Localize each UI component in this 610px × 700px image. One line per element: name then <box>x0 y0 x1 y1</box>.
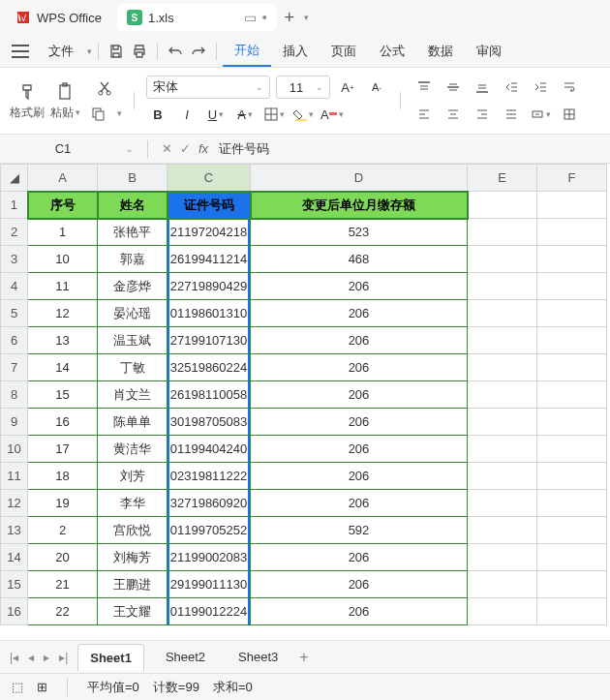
status-settings-icon[interactable]: ⊞ <box>37 680 47 694</box>
status-mode-icon[interactable]: ⬚ <box>12 680 23 694</box>
row-header[interactable]: 9 <box>1 409 28 436</box>
select-all-corner[interactable]: ◢ <box>1 165 28 192</box>
print-icon[interactable] <box>128 40 151 63</box>
col-header-e[interactable]: E <box>468 165 537 192</box>
row-header[interactable]: 3 <box>1 246 28 273</box>
add-sheet-button[interactable]: + <box>299 649 308 666</box>
sheet-tab[interactable]: Sheet1 <box>77 644 144 671</box>
cell[interactable]: 刘芳 <box>98 463 168 490</box>
cell[interactable]: 02319811222 <box>168 463 251 490</box>
menu-tab-data[interactable]: 数据 <box>416 37 465 66</box>
cell[interactable]: 肖文兰 <box>98 381 168 409</box>
spreadsheet-grid[interactable]: ◢ A B C D E F 1 序号 姓名 证件号码 变更后单位月缴存额 21张… <box>0 164 610 640</box>
cell[interactable] <box>468 463 537 490</box>
cell[interactable] <box>468 327 537 354</box>
menu-tab-review[interactable]: 审阅 <box>465 37 513 66</box>
font-color-icon[interactable]: A▾ <box>320 103 344 126</box>
decrease-font-icon[interactable]: A- <box>365 76 388 99</box>
cell[interactable]: 523 <box>251 219 468 246</box>
strikethrough-icon[interactable]: A▾ <box>233 103 257 126</box>
col-header-f[interactable]: F <box>537 165 607 192</box>
row-header[interactable]: 13 <box>1 517 28 544</box>
indent-decrease-icon[interactable] <box>500 76 523 99</box>
cell[interactable] <box>468 544 537 571</box>
cell[interactable]: 14 <box>28 354 98 381</box>
font-size-select[interactable]: 11⌄ <box>276 76 330 99</box>
cut-icon[interactable] <box>93 76 116 100</box>
row-header[interactable]: 8 <box>1 381 28 409</box>
cell[interactable] <box>468 436 537 463</box>
cell[interactable]: 11 <box>28 273 98 300</box>
sheet-tab[interactable]: Sheet3 <box>227 644 290 670</box>
cell[interactable]: 金彦烨 <box>98 273 168 300</box>
cell[interactable] <box>468 517 537 544</box>
hamburger-icon[interactable] <box>12 45 29 58</box>
merge-cells-icon[interactable]: ▾ <box>529 103 552 126</box>
cell[interactable] <box>537 246 607 273</box>
cell[interactable]: 黄洁华 <box>98 436 168 463</box>
sheet-nav-prev-icon[interactable]: ◂ <box>28 651 34 664</box>
redo-icon[interactable] <box>187 40 210 63</box>
row-header[interactable]: 11 <box>1 463 28 490</box>
cell[interactable]: 26199411214 <box>168 246 251 273</box>
col-header-d[interactable]: D <box>251 165 468 192</box>
indent-increase-icon[interactable] <box>529 76 552 99</box>
cell[interactable]: 206 <box>251 463 468 490</box>
cell[interactable]: 206 <box>251 571 468 598</box>
cell[interactable]: 206 <box>251 598 468 625</box>
underline-icon[interactable]: U▾ <box>204 103 228 126</box>
cell[interactable] <box>468 571 537 598</box>
format-brush-group[interactable]: 格式刷 <box>10 81 45 121</box>
file-tab[interactable]: S 1.xls ▭ • <box>117 4 277 31</box>
row-header[interactable]: 12 <box>1 490 28 517</box>
accept-formula-icon[interactable]: ✓ <box>180 141 191 156</box>
align-justify-icon[interactable] <box>500 103 523 126</box>
row-header[interactable]: 1 <box>1 192 28 219</box>
align-left-icon[interactable] <box>412 103 436 126</box>
cell[interactable]: 206 <box>251 354 468 381</box>
border-icon[interactable]: ▾ <box>262 103 286 126</box>
menu-file-dropdown-icon[interactable]: ▾ <box>87 46 92 56</box>
cell[interactable] <box>537 327 607 354</box>
cell[interactable]: 22 <box>28 598 98 625</box>
cell[interactable]: 32519860224 <box>168 354 251 381</box>
copy-icon[interactable] <box>86 102 109 125</box>
cell[interactable] <box>537 381 607 409</box>
cell[interactable]: 王文耀 <box>98 598 168 625</box>
cell[interactable] <box>537 463 607 490</box>
col-header-a[interactable]: A <box>28 165 98 192</box>
cell[interactable]: 15 <box>28 381 98 409</box>
cell[interactable] <box>537 544 607 571</box>
align-center-icon[interactable] <box>442 103 465 126</box>
cell[interactable] <box>468 354 537 381</box>
cell[interactable]: 29199011130 <box>168 571 251 598</box>
sheet-nav-next-icon[interactable]: ▸ <box>44 651 49 664</box>
cell[interactable]: 01199705252 <box>168 517 251 544</box>
cell[interactable]: 21 <box>28 571 98 598</box>
cell[interactable]: 01199404240 <box>168 436 251 463</box>
cell[interactable] <box>537 273 607 300</box>
cell[interactable]: 1 <box>28 219 98 246</box>
cell[interactable]: 12 <box>28 300 98 327</box>
cell[interactable] <box>468 381 537 409</box>
cell[interactable]: 20 <box>28 544 98 571</box>
cell[interactable]: 206 <box>251 273 468 300</box>
cell-reference-input[interactable] <box>10 138 116 159</box>
cell[interactable]: 206 <box>251 436 468 463</box>
formula-input[interactable] <box>216 138 600 159</box>
row-header[interactable]: 16 <box>1 598 28 625</box>
cell[interactable]: 13 <box>28 327 98 354</box>
cell[interactable] <box>537 490 607 517</box>
menu-tab-page[interactable]: 页面 <box>320 37 368 66</box>
cell[interactable]: 206 <box>251 544 468 571</box>
cell[interactable]: 32719860920 <box>168 490 251 517</box>
row-header[interactable]: 14 <box>1 544 28 571</box>
cell[interactable]: 陈单单 <box>98 409 168 436</box>
cell[interactable]: 丁敏 <box>98 354 168 381</box>
cell[interactable]: 温玉斌 <box>98 327 168 354</box>
col-header-c[interactable]: C <box>168 165 251 192</box>
cell[interactable]: 206 <box>251 300 468 327</box>
row-header[interactable]: 7 <box>1 354 28 381</box>
align-right-icon[interactable] <box>471 103 494 126</box>
menu-tab-insert[interactable]: 插入 <box>271 37 320 66</box>
